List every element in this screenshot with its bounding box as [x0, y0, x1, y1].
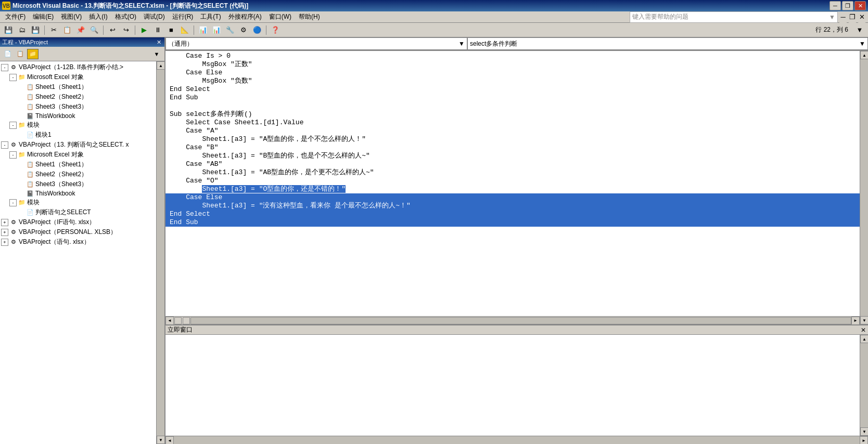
code-scroll-right[interactable]: ►	[851, 317, 860, 325]
toolbar-pause-btn[interactable]: ⏸	[151, 24, 164, 36]
menu-window[interactable]: 窗口(W)	[266, 11, 295, 22]
tree-item-proj1[interactable]: -⚙VBAProject（1-12B. If条件判断小结.>	[1, 62, 155, 72]
code-line-12[interactable]: Case "B"	[165, 143, 860, 152]
code-line-19[interactable]: Sheet1.[a3] = "没有这种型血，看来你 是个最不怎么样的人~！"	[165, 202, 860, 210]
code-line-1[interactable]: Case Is > 0	[165, 52, 860, 60]
imm-scroll-left[interactable]: ◄	[165, 436, 174, 444]
code-scroll-thumb2[interactable]	[183, 317, 190, 324]
code-scroll-left[interactable]: ◄	[165, 317, 174, 325]
toolbar-btn3[interactable]: 💾	[29, 24, 42, 36]
help-restore-btn[interactable]: ❐	[848, 11, 857, 23]
toolbar-help-btn[interactable]: ❓	[269, 24, 282, 36]
tree-expander[interactable]: -	[9, 199, 17, 206]
view-code-btn[interactable]: 📄	[2, 49, 14, 59]
toolbar-paste-btn[interactable]: 📌	[74, 24, 87, 36]
immediate-content[interactable]	[165, 335, 860, 436]
tree-item-thiswb-1[interactable]: 📓ThisWorkbook	[1, 112, 155, 120]
immediate-scrollbar-v[interactable]: ▲ ▼	[860, 335, 868, 436]
code-scrollbar-h[interactable]: ◄ ►	[165, 316, 860, 324]
help-close-btn[interactable]: ✕	[858, 11, 866, 23]
tree-item-sheet1-1[interactable]: 📋Sheet1（Sheet1）	[1, 82, 155, 92]
tree-expander[interactable]: -	[9, 122, 17, 129]
tree-expander[interactable]: -	[9, 151, 17, 159]
tree-item-module1-1[interactable]: 📄模块1	[1, 130, 155, 140]
toolbar-btn7[interactable]: 🔍	[88, 24, 100, 36]
menu-addins[interactable]: 外接程序(A)	[225, 11, 265, 22]
imm-scroll-down[interactable]: ▼	[860, 427, 868, 436]
tree-item-module-select[interactable]: 📄判断语句之SELECT	[1, 207, 155, 217]
code-line-9[interactable]: Select Case Sheet1.[d1].Value	[165, 119, 860, 127]
procedure-dropdown-right[interactable]: select多条件判断 ▼	[467, 37, 868, 50]
immediate-scrollbar-h[interactable]: ◄ ►	[165, 436, 868, 444]
code-line-4[interactable]: MsgBox "负数"	[165, 77, 860, 85]
immediate-window-close[interactable]: ✕	[861, 327, 866, 334]
toolbar-btn16[interactable]: 🔧	[224, 24, 236, 36]
tree-item-proj3[interactable]: +⚙VBAProject（IF语句. xlsx）	[1, 217, 155, 227]
tree-item-excel-obj-1[interactable]: -📁Microsoft Excel 对象	[1, 72, 155, 82]
view-object-btn[interactable]: 📋	[15, 49, 26, 59]
menu-view[interactable]: 视图(V)	[58, 11, 85, 22]
tree-item-sheet3-1[interactable]: 📋Sheet3（Sheet3）	[1, 102, 155, 112]
toolbar-btn17[interactable]: ⚙	[237, 24, 250, 36]
toolbar-undo-btn[interactable]: ↩	[106, 24, 119, 36]
code-scroll-up[interactable]: ▲	[860, 51, 868, 59]
code-scroll-track-h[interactable]	[190, 317, 851, 324]
tree-expander[interactable]: +	[1, 219, 8, 226]
code-line-2[interactable]: MsgBox "正数"	[165, 60, 860, 69]
code-content[interactable]: Case Is > 0 MsgBox "正数" Case Else MsgBox…	[165, 51, 860, 316]
code-line-5[interactable]: End Select	[165, 85, 860, 94]
code-line-15[interactable]: Sheet1.[a3] = "AB型血的你，是个更不怎么样的人~"	[165, 168, 860, 177]
dropdown-right-arrow[interactable]: ▼	[859, 40, 865, 47]
toolbar-stop-btn[interactable]: ■	[165, 24, 177, 36]
menu-run[interactable]: 运行(R)	[169, 11, 197, 22]
code-line-10[interactable]: Case "A"	[165, 127, 860, 135]
panel-scroll-down-btn[interactable]: ▼	[151, 49, 162, 59]
tree-item-sheet1-2[interactable]: 📋Sheet1（Sheet1）	[1, 160, 155, 169]
procedure-dropdown-left[interactable]: （通用） ▼	[165, 37, 467, 50]
tree-item-sheet2-2[interactable]: 📋Sheet2（Sheet2）	[1, 169, 155, 179]
tree-expander[interactable]: -	[1, 141, 8, 149]
toolbar-design-btn[interactable]: 📐	[178, 24, 191, 36]
tree-item-modules-2[interactable]: -📁模块	[1, 198, 155, 207]
project-panel-close[interactable]: ✕	[155, 38, 162, 46]
menu-insert[interactable]: 插入(I)	[86, 11, 110, 22]
scroll-down-btn[interactable]: ▼	[157, 436, 164, 444]
project-scrollbar[interactable]: ▲ ▼	[156, 61, 164, 444]
toolbar-redo-btn[interactable]: ↪	[120, 24, 132, 36]
code-scroll-down[interactable]: ▼	[860, 316, 868, 324]
toolbar-save-btn[interactable]: 💾	[2, 24, 15, 36]
menu-help[interactable]: 帮助(H)	[296, 11, 323, 22]
toolbar-btn14[interactable]: 📊	[197, 24, 209, 36]
code-line-11[interactable]: Sheet1.[a3] = "A型血的你，是个不怎么样的人！"	[165, 135, 860, 143]
code-line-21[interactable]: End Sub	[165, 218, 860, 227]
help-minimize-btn[interactable]: ─	[839, 11, 847, 23]
code-line-3[interactable]: Case Else	[165, 69, 860, 77]
menu-file[interactable]: 文件(F)	[2, 11, 29, 22]
scroll-up-btn[interactable]: ▲	[157, 61, 164, 70]
code-line-18[interactable]: Case Else	[165, 193, 860, 202]
dropdown-left-arrow[interactable]: ▼	[458, 40, 465, 47]
menu-debug[interactable]: 调试(D)	[141, 11, 168, 22]
tree-item-sheet2-1[interactable]: 📋Sheet2（Sheet2）	[1, 92, 155, 102]
imm-scroll-right[interactable]: ►	[860, 436, 868, 444]
menu-tools[interactable]: 工具(T)	[197, 11, 224, 22]
tree-item-proj5[interactable]: +⚙VBAProject（语句. xlsx）	[1, 237, 155, 247]
toolbar-dropdown-btn[interactable]: ▼	[853, 24, 866, 36]
code-line-8[interactable]: Sub select多条件判断()	[165, 110, 860, 119]
tree-expander[interactable]: +	[1, 229, 8, 236]
tree-item-proj4[interactable]: +⚙VBAProject（PERSONAL. XLSB）	[1, 227, 155, 237]
imm-scroll-track-h[interactable]	[174, 436, 860, 444]
tree-expander[interactable]: -	[1, 64, 8, 71]
toolbar-cut-btn[interactable]: ✂	[47, 24, 60, 36]
restore-button[interactable]: ❐	[842, 1, 853, 10]
code-line-13[interactable]: Sheet1.[a3] = "B型血的你，也是个不怎么样的人~"	[165, 152, 860, 160]
tree-item-excel-obj-2[interactable]: -📁Microsoft Excel 对象	[1, 150, 155, 160]
code-line-20[interactable]: End Select	[165, 210, 860, 218]
scroll-track[interactable]	[157, 70, 164, 436]
imm-scroll-track[interactable]	[860, 343, 868, 427]
code-line-16[interactable]: Case "O"	[165, 177, 860, 185]
minimize-button[interactable]: ─	[829, 1, 841, 10]
toolbar-btn15[interactable]: 📊	[210, 24, 223, 36]
close-button[interactable]: ✕	[854, 1, 866, 10]
code-scroll-thumb-left[interactable]	[174, 317, 182, 324]
